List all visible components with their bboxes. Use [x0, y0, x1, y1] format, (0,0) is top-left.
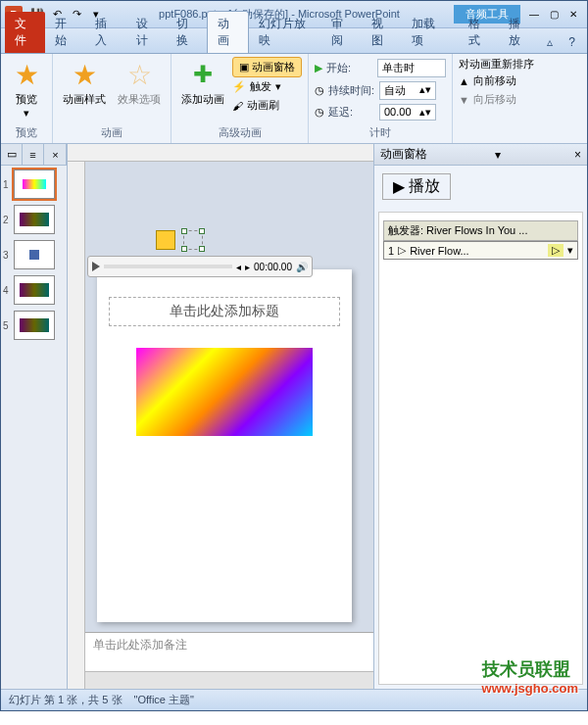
vertical-ruler [68, 162, 85, 689]
watermark: 技术员联盟 www.jsgho.com [482, 657, 578, 696]
item-dropdown-icon[interactable]: ▾ [567, 244, 573, 257]
play-icon: ▶ [393, 177, 405, 196]
horizontal-ruler [68, 144, 373, 162]
animation-painter-button[interactable]: 🖌动画刷 [232, 98, 302, 113]
star-icon: ☆ [127, 59, 152, 91]
tab-slideshow[interactable]: 幻灯片放映 [249, 12, 320, 53]
pane-dropdown-icon[interactable]: ▾ [495, 148, 501, 162]
ribbon-minimize-icon[interactable]: ▵ [539, 31, 561, 53]
tab-review[interactable]: 审阅 [321, 12, 362, 53]
theme-name: "Office 主题" [134, 693, 194, 707]
duration-label: 持续时间: [328, 83, 375, 98]
ribbon-tabs: 文件 开始 插入 设计 切换 动画 幻灯片放映 审阅 视图 加载项 格式 播放 … [1, 28, 587, 54]
start-select[interactable]: 单击时 [377, 59, 446, 77]
trigger-header: 触发器: River Flows In You ... [383, 220, 578, 241]
play-icon: ▶ [315, 62, 322, 74]
tab-play[interactable]: 播放 [499, 12, 539, 53]
help-icon[interactable]: ? [561, 31, 583, 53]
move-later-button[interactable]: ▼向后移动 [459, 92, 534, 107]
play-icon[interactable] [92, 262, 100, 271]
delay-icon: ◷ [315, 106, 324, 119]
slide-thumbnail-3[interactable]: 3 [3, 240, 65, 269]
delay-input[interactable]: 00.00▴▾ [379, 104, 436, 121]
title-placeholder[interactable]: 单击此处添加标题 [109, 297, 340, 326]
slide-image[interactable] [136, 348, 313, 436]
notes-pane[interactable]: 单击此处添加备注 [85, 632, 373, 671]
group-preview: 预览 [7, 123, 46, 140]
animation-styles-button[interactable]: ★ 动画样式 [59, 57, 110, 109]
thumbnail-tab-slides[interactable]: ▭ [1, 144, 23, 165]
tab-format[interactable]: 格式 [459, 12, 499, 53]
slide-thumbnail-1[interactable]: 1 [3, 169, 65, 199]
tab-view[interactable]: 视图 [362, 12, 402, 53]
tab-transition[interactable]: 切换 [167, 12, 207, 53]
tab-file[interactable]: 文件 [5, 12, 45, 53]
pane-title: 动画窗格 [380, 146, 427, 163]
plus-star-icon: ✚ [193, 61, 213, 88]
prev-icon[interactable]: ◂ [236, 262, 241, 272]
start-label: 开始: [326, 61, 373, 75]
slide-thumbnails-panel: ▭ ≡ × 1 2 3 4 5 [1, 144, 68, 689]
pane-play-button[interactable]: ▶播放 [382, 173, 451, 200]
group-timing: 计时 [315, 123, 446, 140]
group-advanced-animation: 高级动画 [177, 123, 302, 140]
maximize-button[interactable]: ▢ [546, 8, 562, 22]
slide-editor: ◂ ▸ 00:00.00 🔊 单击此处添加标题 单击此处添加备注 [68, 144, 373, 689]
tab-addins[interactable]: 加载项 [402, 12, 453, 53]
tab-home[interactable]: 开始 [45, 12, 85, 53]
trigger-button[interactable]: ⚡触发 ▾ [232, 79, 302, 94]
thumbnail-tab-outline[interactable]: ≡ [23, 144, 44, 165]
animation-pane: 动画窗格 ▾ × ▶播放 触发器: River Flows In You ...… [373, 144, 587, 689]
delay-label: 延迟: [328, 105, 375, 120]
duration-input[interactable]: 自动▴▾ [379, 81, 436, 100]
animation-pane-button[interactable]: ▣动画窗格 [232, 57, 302, 77]
slide-thumbnail-2[interactable]: 2 [3, 205, 65, 234]
preview-button[interactable]: ★ 预览▾ [7, 57, 46, 121]
down-arrow-icon: ▼ [459, 94, 469, 106]
star-icon: ★ [15, 59, 39, 91]
slide-counter: 幻灯片 第 1 张，共 5 张 [9, 693, 122, 707]
play-icon: ▷ [548, 244, 564, 257]
slide-thumbnail-4[interactable]: 4 [3, 275, 65, 305]
effect-options-button[interactable]: ☆ 效果选项 [114, 57, 165, 109]
play-icon: ▷ [398, 244, 406, 257]
audio-time: 00:00.00 [254, 262, 292, 272]
brush-icon: 🖌 [232, 100, 243, 112]
clock-icon: ◷ [315, 84, 324, 97]
slide-canvas[interactable]: ◂ ▸ 00:00.00 🔊 单击此处添加标题 [97, 269, 352, 622]
animation-item[interactable]: 1 ▷ River Flow... ▷ ▾ [383, 241, 578, 260]
close-button[interactable]: ✕ [565, 8, 581, 22]
ribbon: ★ 预览▾ 预览 ★ 动画样式 ☆ 效果选项 动画 [1, 54, 587, 144]
add-animation-button[interactable]: ✚ 添加动画 [177, 57, 228, 109]
audio-player-bar[interactable]: ◂ ▸ 00:00.00 🔊 [87, 256, 313, 277]
speaker-icon[interactable] [156, 230, 175, 250]
audio-track[interactable] [104, 265, 232, 268]
pane-icon: ▣ [239, 61, 249, 73]
thumbnail-close[interactable]: × [45, 144, 67, 165]
audio-object[interactable] [156, 230, 203, 254]
horizontal-scrollbar[interactable] [85, 671, 373, 689]
reorder-label: 对动画重新排序 [459, 57, 534, 72]
tab-design[interactable]: 设计 [126, 12, 167, 53]
move-earlier-button[interactable]: ▲向前移动 [459, 73, 534, 88]
lightning-icon: ⚡ [232, 80, 246, 93]
tab-insert[interactable]: 插入 [85, 12, 125, 53]
group-animation: 动画 [59, 123, 165, 140]
star-icon: ★ [73, 59, 97, 91]
next-icon[interactable]: ▸ [245, 262, 250, 272]
up-arrow-icon: ▲ [459, 75, 469, 87]
pane-close-icon[interactable]: × [574, 148, 581, 162]
slide-thumbnail-5[interactable]: 5 [3, 311, 65, 340]
tab-animation[interactable]: 动画 [207, 11, 249, 53]
volume-icon[interactable]: 🔊 [296, 262, 308, 272]
